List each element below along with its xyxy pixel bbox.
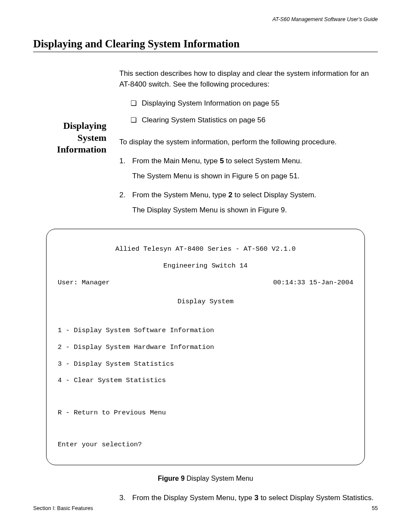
menu-header-line2: Engineering Switch 14 [58, 262, 353, 270]
bullet-text: Clearing System Statistics on page 56 [142, 115, 265, 126]
checkbox-icon: ❏ [131, 117, 137, 124]
menu-datetime: 00:14:33 15-Jan-2004 [273, 279, 353, 287]
step-3: 3. From the Display System Menu, type 3 … [119, 493, 378, 504]
menu-title: Display System [58, 298, 353, 306]
menu-item: 1 - Display System Software Information [58, 327, 353, 335]
figure-caption: Figure 9 Display System Menu [33, 475, 378, 482]
section-title: Displaying and Clearing System Informati… [33, 38, 378, 52]
intro-paragraph: This section describes how to display an… [119, 68, 378, 90]
bullet-item: ❏ Displaying System Information on page … [131, 98, 378, 109]
step-2: 2. From the System Menu, type 2 to selec… [119, 190, 378, 201]
checkbox-icon: ❏ [131, 100, 137, 107]
footer-section: Section I: Basic Features [33, 505, 93, 511]
step-text: From the Main Menu, type 5 to select Sys… [132, 156, 378, 167]
step-text: From the System Menu, type 2 to select D… [132, 190, 378, 201]
step-note: The System Menu is shown in Figure 5 on … [132, 171, 378, 182]
step-note: The Display System Menu is shown in Figu… [132, 205, 378, 216]
menu-return: R - Return to Previous Menu [58, 409, 353, 417]
subsection-heading: Displaying System Information [33, 120, 106, 156]
menu-user: User: Manager [58, 279, 110, 287]
terminal-menu-figure: Allied Telesyn AT-8400 Series - AT-S60 V… [46, 229, 365, 466]
menu-item: 3 - Display System Statistics [58, 360, 353, 368]
menu-header-line1: Allied Telesyn AT-8400 Series - AT-S60 V… [58, 245, 353, 253]
running-header: AT-S60 Management Software User's Guide [33, 16, 378, 22]
step-text: From the Display System Menu, type 3 to … [132, 493, 378, 504]
page-number: 55 [372, 505, 378, 511]
step-number: 2. [119, 190, 132, 201]
step-1: 1. From the Main Menu, type 5 to select … [119, 156, 378, 167]
menu-prompt: Enter your selection? [58, 441, 353, 449]
procedure-intro: To display the system information, perfo… [119, 137, 378, 148]
step-number: 3. [119, 493, 132, 504]
menu-item: 4 - Clear System Statistics [58, 376, 353, 385]
bullet-item: ❏ Clearing System Statistics on page 56 [131, 115, 378, 126]
menu-item: 2 - Display System Hardware Information [58, 343, 353, 352]
bullet-text: Displaying System Information on page 55 [142, 98, 279, 109]
page-footer: Section I: Basic Features 55 [33, 505, 378, 511]
step-number: 1. [119, 156, 132, 167]
